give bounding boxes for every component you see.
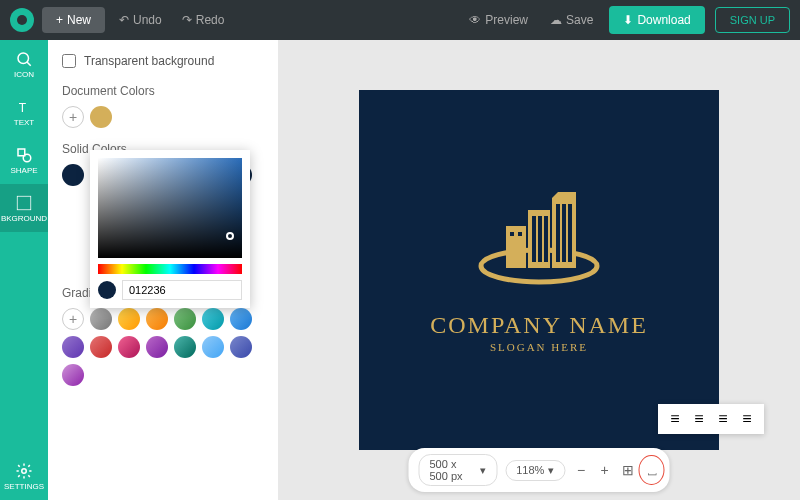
gradient-swatch[interactable] bbox=[62, 336, 84, 358]
zoom-dropdown[interactable]: 118%▾ bbox=[505, 460, 565, 481]
align-center-button[interactable]: ≡ bbox=[688, 410, 710, 428]
grid-toggle-button[interactable]: ⊞ bbox=[620, 460, 636, 480]
app-logo[interactable] bbox=[10, 8, 34, 32]
svg-rect-9 bbox=[510, 232, 514, 236]
alignment-button[interactable]: ⎵ bbox=[644, 460, 660, 480]
preview-button[interactable]: 👁Preview bbox=[463, 9, 534, 31]
svg-text:T: T bbox=[19, 100, 27, 114]
gradient-swatch[interactable] bbox=[174, 336, 196, 358]
gradient-swatch[interactable] bbox=[62, 364, 84, 386]
svg-rect-5 bbox=[17, 196, 31, 210]
topbar: +New ↶Undo ↷Redo 👁Preview ☁Save ⬇Downloa… bbox=[0, 0, 800, 40]
svg-rect-12 bbox=[532, 216, 536, 262]
gradient-swatch[interactable] bbox=[146, 336, 168, 358]
gradient-swatch[interactable] bbox=[202, 336, 224, 358]
align-right-button[interactable]: ≡ bbox=[712, 410, 734, 428]
sidebar-item-text[interactable]: TTEXT bbox=[0, 88, 48, 136]
download-button[interactable]: ⬇Download bbox=[609, 6, 704, 34]
slogan-text[interactable]: SLOGAN HERE bbox=[490, 341, 588, 353]
align-left-button[interactable]: ≡ bbox=[664, 410, 686, 428]
gradient-swatch[interactable] bbox=[202, 308, 224, 330]
transparent-bg-input[interactable] bbox=[62, 54, 76, 68]
hue-slider[interactable] bbox=[98, 264, 242, 274]
gradient-swatch[interactable] bbox=[118, 336, 140, 358]
sidebar-item-icon[interactable]: ICON bbox=[0, 40, 48, 88]
sidebar-item-shape[interactable]: SHAPE bbox=[0, 136, 48, 184]
solid-color-swatch[interactable] bbox=[62, 164, 84, 186]
company-name-text[interactable]: COMPANY NAME bbox=[430, 312, 648, 339]
save-button[interactable]: ☁Save bbox=[544, 9, 599, 31]
svg-point-4 bbox=[23, 154, 31, 162]
gradient-colors-row: + bbox=[62, 308, 264, 386]
svg-rect-18 bbox=[568, 204, 572, 262]
color-preview-swatch bbox=[98, 281, 116, 299]
add-doc-color-button[interactable]: + bbox=[62, 106, 84, 128]
chevron-down-icon: ▾ bbox=[548, 464, 554, 477]
color-picker-popup bbox=[90, 150, 250, 308]
gradient-swatch[interactable] bbox=[90, 308, 112, 330]
gradient-swatch[interactable] bbox=[174, 308, 196, 330]
zoom-in-button[interactable]: + bbox=[597, 460, 613, 480]
sidebar-item-background[interactable]: BKGROUND bbox=[0, 184, 48, 232]
signup-button[interactable]: SIGN UP bbox=[715, 7, 790, 33]
svg-marker-19 bbox=[552, 192, 576, 198]
undo-button[interactable]: ↶Undo bbox=[113, 9, 168, 31]
alignment-popup: ≡ ≡ ≡ ≡ bbox=[658, 404, 764, 434]
new-button[interactable]: +New bbox=[42, 7, 105, 33]
gradient-swatch[interactable] bbox=[118, 308, 140, 330]
svg-rect-10 bbox=[518, 232, 522, 236]
svg-rect-14 bbox=[544, 216, 548, 262]
sidebar: ICON TTEXT SHAPE BKGROUND SETTINGS bbox=[0, 40, 48, 500]
redo-icon: ↷ bbox=[182, 13, 192, 27]
gradient-swatch[interactable] bbox=[230, 336, 252, 358]
transparent-bg-checkbox[interactable]: Transparent background bbox=[62, 54, 264, 68]
doc-colors-title: Document Colors bbox=[62, 84, 264, 98]
svg-rect-16 bbox=[556, 204, 560, 262]
add-gradient-button[interactable]: + bbox=[62, 308, 84, 330]
canvas-area[interactable]: COMPANY NAME SLOGAN HERE ≡ ≡ ≡ ≡ 500 x 5… bbox=[278, 40, 800, 500]
doc-colors-row: + bbox=[62, 106, 264, 128]
gradient-swatch[interactable] bbox=[230, 308, 252, 330]
undo-icon: ↶ bbox=[119, 13, 129, 27]
artboard[interactable]: COMPANY NAME SLOGAN HERE bbox=[359, 90, 719, 450]
canvas-size-dropdown[interactable]: 500 x 500 px▾ bbox=[419, 454, 498, 486]
svg-point-0 bbox=[18, 53, 29, 64]
svg-rect-3 bbox=[18, 149, 25, 156]
cloud-icon: ☁ bbox=[550, 13, 562, 27]
download-icon: ⬇ bbox=[623, 13, 633, 27]
hex-input[interactable] bbox=[122, 280, 242, 300]
color-cursor[interactable] bbox=[226, 232, 234, 240]
gradient-swatch[interactable] bbox=[146, 308, 168, 330]
plus-icon: + bbox=[56, 13, 63, 27]
logo-building-icon[interactable] bbox=[474, 188, 604, 298]
eye-icon: 👁 bbox=[469, 13, 481, 27]
svg-rect-13 bbox=[538, 216, 542, 262]
sidebar-item-settings[interactable]: SETTINGS bbox=[0, 452, 48, 500]
svg-rect-8 bbox=[506, 226, 526, 268]
bottom-toolbar: 500 x 500 px▾ 118%▾ − + ⊞ ⎵ bbox=[409, 448, 670, 492]
svg-line-1 bbox=[27, 62, 31, 66]
align-justify-button[interactable]: ≡ bbox=[736, 410, 758, 428]
svg-point-6 bbox=[22, 468, 27, 473]
gradient-swatch[interactable] bbox=[90, 336, 112, 358]
redo-button[interactable]: ↷Redo bbox=[176, 9, 231, 31]
chevron-down-icon: ▾ bbox=[480, 464, 486, 477]
zoom-out-button[interactable]: − bbox=[573, 460, 589, 480]
doc-color-swatch[interactable] bbox=[90, 106, 112, 128]
svg-rect-17 bbox=[562, 204, 566, 262]
color-saturation-area[interactable] bbox=[98, 158, 242, 258]
